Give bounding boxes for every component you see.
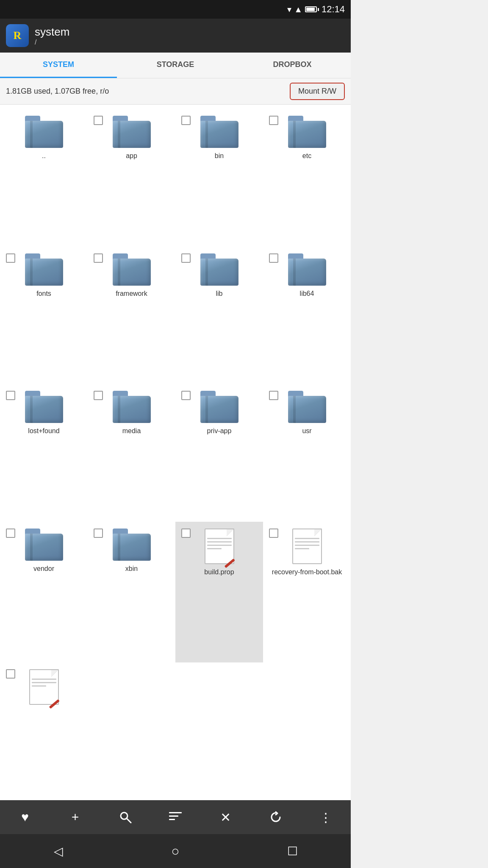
clock: 12:14 [322, 4, 345, 15]
folder-icon [288, 116, 326, 148]
app-icon: R [6, 24, 29, 47]
add-button[interactable]: + [64, 807, 86, 828]
list-item[interactable]: usr [263, 384, 351, 522]
list-item[interactable]: lib64 [263, 247, 351, 384]
close-button[interactable]: ✕ [215, 807, 236, 828]
sort-button[interactable] [165, 807, 186, 828]
list-item[interactable]: lib [175, 247, 263, 384]
list-item[interactable]: .. [0, 109, 88, 247]
folder-icon [25, 116, 63, 148]
file-checkbox[interactable] [94, 391, 103, 400]
app-subtitle: / [35, 39, 69, 46]
file-checkbox[interactable] [94, 116, 103, 125]
tabs: SYSTEM STORAGE DROPBOX [0, 53, 351, 78]
list-item[interactable]: vendor [0, 522, 88, 663]
file-checkbox[interactable] [6, 253, 15, 263]
refresh-button[interactable] [265, 807, 286, 828]
app-title-group: system / [35, 25, 69, 46]
file-checkbox[interactable] [269, 529, 278, 538]
folder-icon [113, 391, 151, 423]
list-item[interactable]: xbin [88, 522, 175, 663]
tab-dropbox[interactable]: DROPBOX [234, 53, 351, 78]
list-item[interactable]: priv-app [175, 384, 263, 522]
list-item[interactable]: framework [88, 247, 175, 384]
recents-button[interactable] [280, 840, 305, 862]
svg-rect-3 [169, 815, 178, 817]
app-title: system [35, 25, 69, 39]
file-checkbox[interactable] [181, 116, 191, 125]
list-item[interactable]: app [88, 109, 175, 247]
svg-line-1 [127, 818, 131, 823]
list-item[interactable]: etc [263, 109, 351, 247]
more-options-button[interactable]: ⋮ [315, 807, 336, 828]
bottom-toolbar: ♥ + ✕ ⋮ [0, 800, 351, 834]
file-checkbox[interactable] [181, 391, 191, 400]
home-button[interactable] [163, 840, 188, 862]
status-bar: ▾ ▲ 12:14 [0, 0, 351, 19]
file-checkbox[interactable] [94, 253, 103, 263]
file-checkbox[interactable] [6, 529, 15, 538]
file-checkbox[interactable] [181, 253, 191, 263]
tab-storage[interactable]: STORAGE [117, 53, 234, 78]
doc-icon [28, 669, 61, 705]
list-item[interactable]: media [88, 384, 175, 522]
folder-icon [113, 529, 151, 561]
file-checkbox[interactable] [94, 529, 103, 538]
list-item[interactable]: recovery-from-boot.bak [263, 522, 351, 663]
list-item[interactable]: fonts [0, 247, 88, 384]
favorite-button[interactable]: ♥ [14, 807, 36, 828]
folder-icon [25, 253, 63, 286]
search-button[interactable] [115, 807, 136, 828]
battery-icon [305, 6, 319, 12]
doc-icon [291, 529, 324, 564]
folder-icon [288, 391, 326, 423]
folder-icon [113, 116, 151, 148]
file-checkbox[interactable] [181, 529, 191, 538]
file-checkbox[interactable] [6, 391, 15, 400]
wifi-icon: ▾ [287, 4, 291, 14]
tab-system[interactable]: SYSTEM [0, 53, 117, 78]
list-item[interactable]: lost+found [0, 384, 88, 522]
folder-icon [25, 391, 63, 423]
folder-icon [200, 391, 238, 423]
folder-icon [25, 529, 63, 561]
storage-info: 1.81GB used, 1.07GB free, r/o [6, 87, 284, 96]
list-item[interactable]: bin [175, 109, 263, 247]
app-header: R system / [0, 19, 351, 53]
file-checkbox[interactable] [269, 116, 278, 125]
info-bar: 1.81GB used, 1.07GB free, r/o Mount R/W [0, 78, 351, 105]
list-item[interactable] [0, 662, 88, 796]
file-grid: .. app bin etc [0, 105, 351, 800]
folder-icon [200, 116, 238, 148]
file-checkbox[interactable] [269, 391, 278, 400]
svg-rect-4 [169, 819, 175, 820]
svg-rect-2 [169, 812, 182, 813]
build-prop-item[interactable]: build.prop [175, 522, 263, 663]
back-button[interactable] [46, 840, 71, 862]
folder-icon [288, 253, 326, 286]
folder-icon [113, 253, 151, 286]
signal-icon: ▲ [294, 5, 302, 14]
folder-icon [200, 253, 238, 286]
file-checkbox[interactable] [6, 669, 15, 679]
doc-icon [203, 529, 236, 564]
status-icons: ▾ ▲ 12:14 [287, 4, 345, 15]
nav-bar [0, 834, 351, 868]
mount-rw-button[interactable]: Mount R/W [290, 83, 345, 100]
file-checkbox[interactable] [269, 253, 278, 263]
